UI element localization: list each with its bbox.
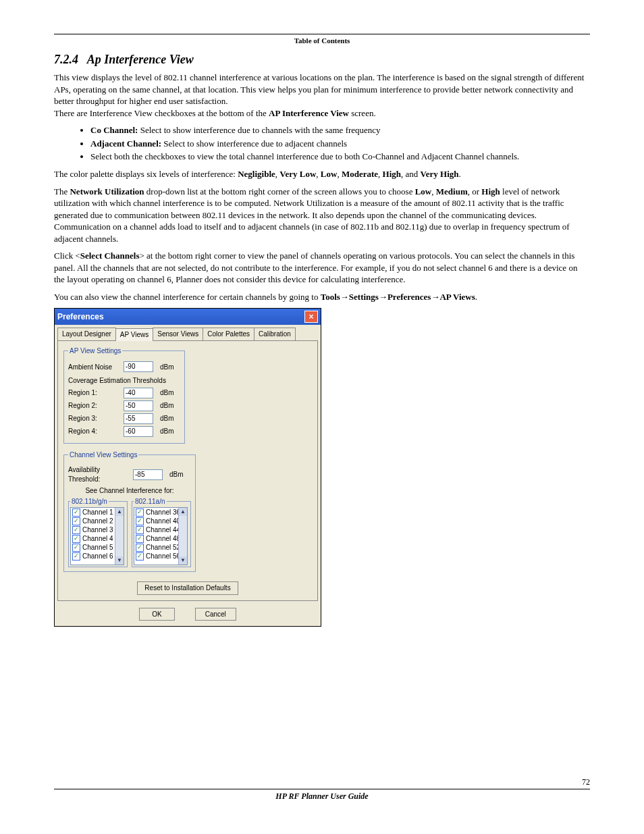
ambient-label: Ambient Noise bbox=[68, 363, 121, 372]
p3me: Medium bbox=[436, 186, 468, 197]
checkbox-icon[interactable]: ✓ bbox=[72, 552, 80, 561]
dbm2: dBm bbox=[160, 401, 174, 411]
preferences-dialog: Preferences × Layout Designer AP Views S… bbox=[54, 308, 321, 627]
p1-bold: AP Interference View bbox=[269, 108, 349, 118]
p5p: Preferences bbox=[387, 292, 431, 302]
checkbox-icon[interactable]: ✓ bbox=[136, 535, 144, 543]
scroll-down-icon[interactable]: ▼ bbox=[179, 556, 187, 565]
ch40: Channel 40 bbox=[146, 517, 180, 525]
cancel-button[interactable]: Cancel bbox=[195, 608, 236, 621]
checkbox-icon[interactable]: ✓ bbox=[136, 509, 144, 517]
dbm-unit: dBm bbox=[160, 363, 174, 372]
ch52: Channel 52 bbox=[146, 543, 180, 552]
p2lo: Low bbox=[321, 169, 338, 179]
ok-button[interactable]: OK bbox=[139, 608, 174, 621]
footer-text: HP RF Planner User Guide bbox=[54, 791, 590, 802]
bullet-both: Select both the checkboxes to view the t… bbox=[90, 151, 590, 163]
p5ap: AP Views bbox=[439, 292, 475, 302]
footer-rule bbox=[54, 789, 590, 789]
avail-input[interactable]: -85 bbox=[133, 469, 163, 480]
ch36: Channel 36 bbox=[146, 508, 180, 517]
header-text: Table of Contents bbox=[54, 36, 590, 46]
p3a: The bbox=[54, 186, 70, 197]
scroll-down-icon[interactable]: ▼ bbox=[115, 556, 124, 565]
ch44: Channel 44 bbox=[146, 525, 180, 534]
channel-view-legend: Channel View Settings bbox=[68, 450, 138, 460]
checkbox-icon[interactable]: ✓ bbox=[136, 526, 144, 534]
tab-color-palettes[interactable]: Color Palettes bbox=[203, 328, 254, 340]
paragraph-network-util: The Network Utilization drop-down list a… bbox=[54, 186, 590, 245]
p1a: This view displays the level of 802.11 c… bbox=[54, 72, 584, 106]
ch5: Channel 5 bbox=[82, 543, 113, 552]
dbm1: dBm bbox=[160, 388, 174, 398]
r3-input[interactable]: -55 bbox=[124, 413, 153, 424]
checkbox-icon[interactable]: ✓ bbox=[136, 517, 144, 525]
checkbox-icon[interactable]: ✓ bbox=[136, 544, 144, 552]
reset-button[interactable]: Reset to Installation Defaults bbox=[137, 581, 238, 595]
p3or: , or bbox=[468, 186, 482, 197]
p1ba: There are Interference View checkboxes a… bbox=[54, 108, 269, 118]
p2vl: Very Low bbox=[279, 169, 316, 179]
dbm4: dBm bbox=[160, 427, 174, 436]
r4-input[interactable]: -60 bbox=[124, 426, 153, 437]
ch4: Channel 4 bbox=[82, 534, 113, 543]
checkbox-icon[interactable]: ✓ bbox=[72, 509, 80, 517]
ch48: Channel 48 bbox=[146, 534, 180, 543]
p3b: drop-down list at the bottom right corne… bbox=[144, 186, 415, 197]
b2-rest: Select to show interference due to adjac… bbox=[161, 138, 347, 149]
dialog-title: Preferences bbox=[57, 311, 104, 322]
ch6: Channel 6 bbox=[82, 552, 113, 561]
ch56: Channel 56 bbox=[146, 552, 180, 561]
checkbox-icon[interactable]: ✓ bbox=[72, 517, 80, 525]
r1-input[interactable]: -40 bbox=[124, 388, 153, 398]
coverage-head: Coverage Estimation Thresholds bbox=[68, 376, 180, 386]
dbm3: dBm bbox=[160, 414, 174, 423]
paragraph-select-channels: Click <Select Channels> at the bottom ri… bbox=[54, 250, 590, 286]
r1-label: Region 1: bbox=[68, 388, 121, 398]
see-label: See Channel Interference for: bbox=[68, 486, 191, 496]
tab-layout-designer[interactable]: Layout Designer bbox=[57, 328, 116, 340]
an-legend: 802.11a/n bbox=[134, 497, 167, 506]
r3-label: Region 3: bbox=[68, 414, 121, 423]
scroll-up-icon[interactable]: ▲ bbox=[115, 508, 124, 516]
an-group: 802.11a/n ✓Channel 36 ✓Channel 40 ✓Chann… bbox=[132, 497, 191, 568]
p4a: Click < bbox=[54, 251, 80, 261]
scroll-up-icon[interactable]: ▲ bbox=[179, 508, 187, 516]
p5a: You can also view the channel interferen… bbox=[54, 292, 321, 302]
bgn-list[interactable]: ✓Channel 1 ✓Channel 2 ✓Channel 3 ✓Channe… bbox=[70, 507, 124, 565]
section-title-text: Ap Interference View bbox=[87, 53, 194, 66]
scrollbar[interactable]: ▲▼ bbox=[115, 508, 124, 565]
b2-bold: Adjacent Channel: bbox=[90, 138, 161, 149]
ch1: Channel 1 bbox=[82, 508, 113, 517]
tab-ap-views[interactable]: AP Views bbox=[115, 328, 153, 341]
header-rule bbox=[54, 34, 590, 34]
checkbox-icon[interactable]: ✓ bbox=[136, 552, 144, 561]
page-number: 72 bbox=[54, 777, 590, 787]
section-heading: 7.2.4 Ap Interference View bbox=[54, 51, 590, 68]
an-list[interactable]: ✓Channel 36 ✓Channel 40 ✓Channel 44 ✓Cha… bbox=[134, 507, 188, 565]
channel-view-settings-group: Channel View Settings Availability Thres… bbox=[63, 450, 196, 573]
r2-label: Region 2: bbox=[68, 401, 121, 411]
tab-row: Layout Designer AP Views Sensor Views Co… bbox=[55, 325, 321, 340]
bullet-co-channel: Co Channel: Select to show interference … bbox=[90, 124, 590, 136]
checkbox-icon[interactable]: ✓ bbox=[72, 544, 80, 552]
ambient-input[interactable]: -90 bbox=[124, 361, 153, 372]
ch3: Channel 3 bbox=[82, 525, 113, 534]
checkbox-icon[interactable]: ✓ bbox=[72, 535, 80, 543]
r2-input[interactable]: -50 bbox=[124, 400, 153, 411]
bgn-group: 802.11b/g/n ✓Channel 1 ✓Channel 2 ✓Chann… bbox=[68, 497, 128, 568]
p2a: The color palette displays six levels of… bbox=[54, 169, 238, 179]
checkbox-icon[interactable]: ✓ bbox=[72, 526, 80, 534]
p2hi: High bbox=[383, 169, 401, 179]
scrollbar[interactable]: ▲▼ bbox=[178, 508, 187, 565]
p3hi: High bbox=[481, 186, 500, 197]
tab-calibration[interactable]: Calibration bbox=[254, 328, 296, 340]
tab-sensor-views[interactable]: Sensor Views bbox=[153, 328, 203, 340]
paragraph-palette: The color palette displays six levels of… bbox=[54, 168, 590, 180]
dbm-avail: dBm bbox=[169, 470, 184, 479]
close-icon[interactable]: × bbox=[304, 311, 318, 323]
p5s: Settings bbox=[349, 292, 379, 302]
page-footer: 72 HP RF Planner User Guide bbox=[54, 777, 590, 802]
p2neg: Negligible bbox=[238, 169, 275, 179]
p2mo: Moderate bbox=[342, 169, 378, 179]
